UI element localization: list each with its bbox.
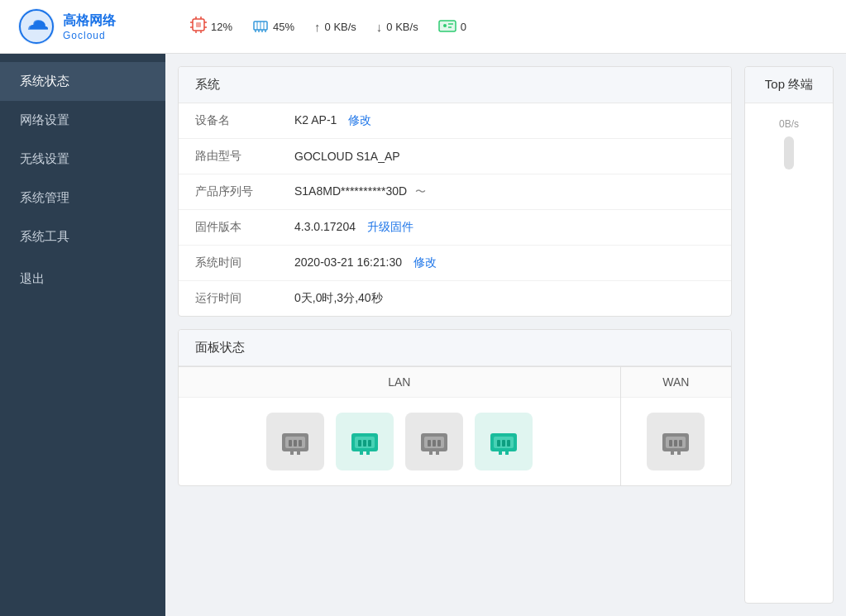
svg-rect-58 <box>671 451 674 455</box>
online-icon <box>438 17 456 36</box>
sidebar-item-wireless-settings[interactable]: 无线设置 <box>0 140 165 179</box>
svg-rect-48 <box>497 440 500 446</box>
svg-rect-42 <box>433 440 436 446</box>
sidebar: 系统状态 网络设置 无线设置 系统管理 系统工具 退出 <box>0 54 165 616</box>
svg-rect-41 <box>428 440 431 446</box>
svg-rect-52 <box>505 451 509 455</box>
cpu-icon <box>190 17 207 36</box>
table-row: 固件版本 4.3.0.17204 升级固件 <box>179 210 731 246</box>
svg-rect-35 <box>363 440 366 446</box>
sidebar-item-network-settings[interactable]: 网络设置 <box>0 101 165 140</box>
firmware-label: 固件版本 <box>179 210 278 246</box>
logo-text: 高格网络 Gocloud <box>63 12 116 41</box>
download-value: 0 KB/s <box>386 21 418 33</box>
serial-label: 产品序列号 <box>179 174 278 210</box>
serial-value: S1A8MD**********30D 〜 <box>278 174 731 210</box>
svg-rect-55 <box>669 440 672 446</box>
system-card: 系统 设备名 K2 AP-1 修改 <box>178 66 732 317</box>
lan-ports-row <box>179 398 620 485</box>
download-icon: ↓ <box>376 20 383 34</box>
table-row: 设备名 K2 AP-1 修改 <box>179 103 731 139</box>
wan-port-1 <box>647 413 705 470</box>
top-terminals-body: 0B/s <box>745 103 833 181</box>
cpu-stat: 12% <box>190 17 232 36</box>
svg-rect-45 <box>436 451 439 455</box>
mem-stat: 45% <box>252 17 294 36</box>
top-terminals-title: Top 终端 <box>745 67 833 103</box>
wan-header: WAN <box>621 367 731 398</box>
panel-card-body: LAN <box>179 366 731 485</box>
mem-value: 45% <box>273 21 294 33</box>
sidebar-item-system-status[interactable]: 系统状态 <box>0 62 165 101</box>
sys-time-value: 2020-03-21 16:21:30 修改 <box>278 246 731 281</box>
table-row: 路由型号 GOCLOUD S1A_AP <box>179 139 731 174</box>
speed-label: 0B/s <box>753 112 824 133</box>
stats-bar: 12% 45% ↑ 0 KB/s ↓ 0 KB/s 0 <box>190 17 466 36</box>
sidebar-item-system-tools[interactable]: 系统工具 <box>0 217 165 256</box>
upload-icon: ↑ <box>314 20 321 34</box>
lan-section: LAN <box>179 367 621 485</box>
svg-rect-56 <box>674 440 677 446</box>
device-name-edit-link[interactable]: 修改 <box>348 113 371 127</box>
right-panel: Top 终端 0B/s <box>744 66 834 604</box>
topbar: 高格网络 Gocloud 12% 45% ↑ 0 KB/s ↓ 0 KB/s <box>0 0 846 54</box>
system-info-table: 设备名 K2 AP-1 修改 路由型号 <box>179 103 731 316</box>
wan-section: WAN <box>621 367 731 485</box>
device-name-label: 设备名 <box>179 103 278 139</box>
svg-rect-21 <box>439 21 456 31</box>
scrollbar-area[interactable] <box>784 136 794 170</box>
router-model-value: GOCLOUD S1A_AP <box>278 139 731 174</box>
sidebar-item-logout[interactable]: 退出 <box>0 260 165 298</box>
uptime-label: 运行时间 <box>179 281 278 317</box>
content-main: 系统 设备名 K2 AP-1 修改 <box>178 66 732 604</box>
upload-value: 0 KB/s <box>325 21 356 33</box>
cpu-value: 12% <box>211 21 232 33</box>
svg-point-22 <box>443 24 447 27</box>
system-card-title: 系统 <box>179 67 731 103</box>
main-layout: 系统状态 网络设置 无线设置 系统管理 系统工具 退出 系统 <box>0 54 846 616</box>
svg-rect-59 <box>677 451 681 455</box>
logo-icon <box>17 7 56 46</box>
svg-rect-51 <box>499 451 502 455</box>
svg-rect-38 <box>366 451 370 455</box>
wan-ports-row <box>621 398 731 485</box>
svg-rect-28 <box>294 440 297 446</box>
svg-rect-31 <box>297 451 300 455</box>
online-stat: 0 <box>438 17 466 36</box>
content-area: 系统 设备名 K2 AP-1 修改 <box>165 54 846 616</box>
system-card-body: 设备名 K2 AP-1 修改 路由型号 <box>179 103 731 316</box>
lan-port-1 <box>266 413 324 470</box>
panel-card: 面板状态 LAN <box>178 329 732 486</box>
svg-rect-27 <box>289 440 292 446</box>
lan-port-3 <box>405 413 463 470</box>
svg-rect-36 <box>368 440 371 446</box>
device-name-value: K2 AP-1 修改 <box>278 103 731 139</box>
logo-en: Gocloud <box>63 30 116 41</box>
eye-icon[interactable]: 〜 <box>415 185 426 198</box>
firmware-value: 4.3.0.17204 升级固件 <box>278 210 731 246</box>
online-value: 0 <box>461 21 466 33</box>
upload-stat: ↑ 0 KB/s <box>314 20 356 34</box>
svg-rect-57 <box>679 440 682 446</box>
table-row: 产品序列号 S1A8MD**********30D 〜 <box>179 174 731 210</box>
lan-header: LAN <box>179 367 620 398</box>
svg-rect-44 <box>429 451 433 455</box>
router-model-label: 路由型号 <box>179 139 278 174</box>
sidebar-item-system-management[interactable]: 系统管理 <box>0 179 165 217</box>
svg-rect-49 <box>502 440 505 446</box>
svg-rect-43 <box>437 440 441 446</box>
svg-rect-34 <box>358 440 361 446</box>
svg-rect-37 <box>360 451 363 455</box>
download-stat: ↓ 0 KB/s <box>376 20 418 34</box>
svg-rect-30 <box>290 451 294 455</box>
svg-rect-50 <box>507 440 510 446</box>
lan-port-4 <box>475 413 533 470</box>
time-edit-link[interactable]: 修改 <box>413 255 437 269</box>
table-row: 系统时间 2020-03-21 16:21:30 修改 <box>179 246 731 281</box>
sys-time-label: 系统时间 <box>179 246 278 281</box>
svg-rect-3 <box>196 22 201 27</box>
panel-section: LAN <box>179 366 731 485</box>
logo-cn: 高格网络 <box>63 12 116 30</box>
logo-area: 高格网络 Gocloud <box>17 7 182 46</box>
firmware-upgrade-link[interactable]: 升级固件 <box>367 220 413 233</box>
